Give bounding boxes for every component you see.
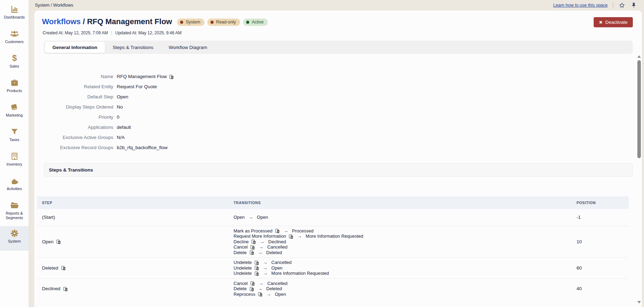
transition-line: DeleteA→Deleted <box>234 250 567 256</box>
breadcrumb[interactable]: System / Workflows <box>35 3 73 8</box>
field-row-applications: Applicationsdefault <box>34 122 642 132</box>
transition-target: Processed <box>292 228 313 234</box>
translation-icon: A <box>250 286 254 291</box>
transition-line: Request More InformationA→More Informati… <box>234 233 567 239</box>
tab-label: Workflow Diagram <box>169 45 207 50</box>
column-header-position: POSITION <box>572 196 629 209</box>
svg-text:A: A <box>253 283 255 285</box>
transition-target: More Information Requested <box>271 271 329 276</box>
svg-text:A: A <box>63 267 65 270</box>
translation-icon: A <box>250 250 254 255</box>
scrollbar-thumb[interactable] <box>637 60 641 158</box>
scrollbar-down-arrow-icon[interactable] <box>637 301 641 303</box>
title-breadcrumb-link[interactable]: Workflows <box>42 17 81 26</box>
tab-workflow-diagram[interactable]: Workflow Diagram <box>161 42 215 53</box>
field-row-display-steps-ordered: Display Steps OrderedNo <box>34 102 642 112</box>
transition-target: Declined <box>268 239 286 245</box>
badge-dot-icon <box>180 21 183 24</box>
content-card: Workflows/RFQ Management Flow SystemRead… <box>34 11 642 307</box>
sidebar-item-reports-segments[interactable]: Reports & Segments <box>0 198 29 226</box>
transition-name: Undelete <box>234 265 252 271</box>
tab-general-information[interactable]: General Information <box>45 42 105 53</box>
gear-icon <box>10 229 19 238</box>
people-icon <box>10 29 19 39</box>
transition-target: Open <box>275 292 286 297</box>
sidebar-item-customers[interactable]: Customers <box>0 27 29 51</box>
transition-target: Deleted <box>266 286 282 292</box>
transition-name: Delete <box>234 286 247 292</box>
transition-line: UndeleteA→Open <box>234 265 567 271</box>
svg-text:A: A <box>278 230 279 233</box>
app-window: DashboardsCustomers$SalesProductsMarketi… <box>0 0 644 307</box>
badge-dot-icon <box>210 21 214 24</box>
help-link[interactable]: Learn how to use this space <box>553 3 608 8</box>
field-value-text: 0 <box>117 114 120 120</box>
transition-name: Undelete <box>234 260 252 265</box>
field-label: Display Steps Ordered <box>34 104 113 110</box>
svg-text:A: A <box>172 76 173 78</box>
page-title: Workflows/RFQ Management Flow <box>42 16 172 27</box>
step-cell: DeletedA <box>37 258 229 279</box>
svg-text:A: A <box>252 288 253 291</box>
puzzle-icon <box>10 176 19 186</box>
step-cell: OpenA <box>37 226 229 258</box>
translation-icon: A <box>255 271 259 276</box>
arrow-right-icon: → <box>259 244 263 250</box>
pin-icon[interactable] <box>630 2 637 9</box>
transition-target: Cancelled <box>267 244 287 250</box>
translation-icon: A <box>255 265 259 270</box>
transition-line: UndeleteA→Cancelled <box>234 260 567 265</box>
field-row-exclusive-active-groups: Exclusive Active GroupsN/A <box>34 132 642 142</box>
sidebar-item-activities[interactable]: Activities <box>0 174 29 198</box>
deactivate-button[interactable]: ✖ Deactivate <box>594 17 633 27</box>
arrow-right-icon: → <box>249 215 253 220</box>
transition-name: Undelete <box>234 271 252 276</box>
funnel-icon <box>10 127 19 137</box>
topbar: System / Workflows Learn how to use this… <box>29 0 644 11</box>
field-row-name: NameRFQ Management FlowA <box>34 71 642 82</box>
transition-target: More Information Requested <box>306 233 363 239</box>
transition-line: CancelA→Cancelled <box>234 281 567 286</box>
sidebar-item-system[interactable]: System <box>0 226 29 251</box>
field-value: default <box>117 125 131 130</box>
field-value: Open <box>117 94 128 99</box>
svg-text:A: A <box>257 267 258 270</box>
sidebar-item-sales[interactable]: $Sales <box>0 51 29 76</box>
sidebar-item-dashboards[interactable]: Dashboards <box>0 2 29 27</box>
sidebar-item-marketing[interactable]: Marketing <box>0 100 29 125</box>
sidebar-item-taxes[interactable]: Taxes <box>0 125 29 149</box>
step-cell: (Start) <box>37 209 229 226</box>
sidebar-item-label: Customers <box>4 40 24 44</box>
transition-line: ReprocessA→Open <box>234 292 567 297</box>
translation-icon: A <box>250 245 255 250</box>
field-value: b2b_rfq_backoffice_flow <box>117 145 167 150</box>
svg-text:A: A <box>65 288 67 291</box>
step-name-text: Open <box>42 239 53 244</box>
sidebar-item-products[interactable]: Products <box>0 76 29 100</box>
arrow-right-icon: → <box>297 233 302 239</box>
table-row: DeletedAUndeleteA→CancelledUndeleteA→Ope… <box>37 258 629 279</box>
tab-steps-transitions[interactable]: Steps & Transitions <box>105 42 161 53</box>
section-title: Steps & Transitions <box>49 167 93 173</box>
arrow-right-icon: → <box>263 271 267 276</box>
field-value-text: N/A <box>117 135 125 140</box>
sidebar-item-label: Activities <box>6 187 22 191</box>
sidebar-item-inventory[interactable]: Inventory <box>0 149 29 174</box>
folder-icon <box>10 201 19 210</box>
field-value: N/A <box>117 135 125 140</box>
sidebar: DashboardsCustomers$SalesProductsMarketi… <box>0 0 29 307</box>
translation-icon: A <box>258 292 263 296</box>
svg-text:A: A <box>254 241 256 244</box>
step-name-text: (Start) <box>42 215 55 220</box>
star-icon[interactable] <box>618 2 625 9</box>
column-header-transitions: TRANSITIONS <box>229 196 572 209</box>
translation-icon: A <box>61 265 66 270</box>
transitions-cell: Open→Open <box>229 209 572 226</box>
transition-line: CancelA→Cancelled <box>234 244 567 250</box>
translation-icon: A <box>289 234 293 239</box>
svg-text:$: $ <box>12 54 16 63</box>
arrow-right-icon: → <box>258 286 263 292</box>
position-cell: 40 <box>572 278 629 299</box>
scrollbar-up-arrow-icon[interactable] <box>637 55 641 58</box>
position-cell: 60 <box>572 258 629 279</box>
